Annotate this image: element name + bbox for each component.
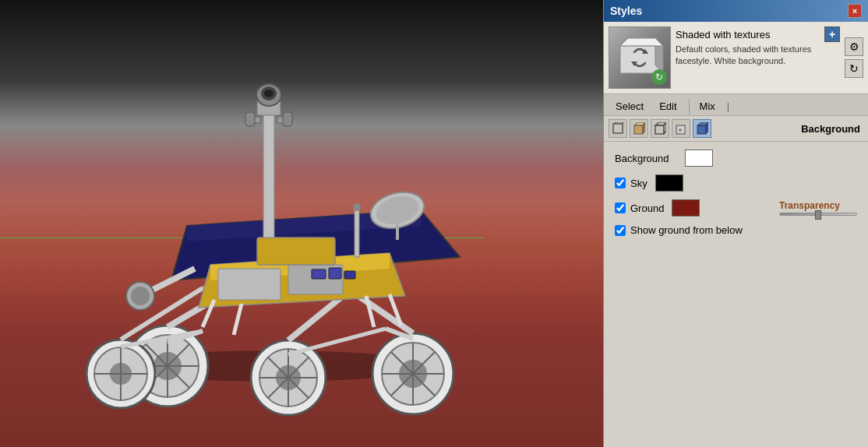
- svg-rect-49: [283, 112, 292, 126]
- tab-edit[interactable]: Edit: [652, 97, 683, 115]
- show-ground-row: Show ground from below: [615, 224, 857, 236]
- svg-rect-89: [697, 125, 706, 134]
- svg-point-54: [131, 287, 150, 305]
- solid-icon-btn[interactable]: [693, 119, 711, 138]
- show-ground-checkbox-label[interactable]: Show ground from below: [615, 224, 743, 236]
- ground-row: Ground Transparency: [615, 199, 857, 216]
- style-add-button[interactable]: +: [824, 26, 840, 42]
- section-title-label: Background: [714, 123, 863, 135]
- background-section: Background Sky Ground Transparency: [604, 142, 868, 244]
- sky-checkbox[interactable]: [615, 178, 626, 188]
- tab-mix[interactable]: Mix: [693, 97, 722, 115]
- panel-title-bar: Styles ×: [604, 0, 868, 22]
- svg-line-68: [288, 329, 386, 354]
- svg-rect-38: [218, 269, 281, 300]
- style-description: Default colors, shaded with textures fac…: [676, 44, 840, 68]
- svg-rect-50: [355, 210, 359, 257]
- styles-panel: Styles ×: [603, 0, 868, 447]
- svg-rect-58: [312, 269, 326, 279]
- sky-checkbox-label[interactable]: Sky: [615, 178, 647, 189]
- svg-point-88: [679, 128, 682, 132]
- ground-checkbox-label[interactable]: Ground: [615, 202, 664, 214]
- style-name-label: Shaded with textures: [676, 29, 821, 40]
- transparency-thumb[interactable]: [815, 210, 821, 220]
- viewport: [0, 0, 603, 447]
- icons-row: Background: [604, 116, 868, 142]
- svg-rect-60: [344, 271, 355, 279]
- svg-marker-86: [664, 122, 666, 134]
- transparency-slider[interactable]: [779, 213, 857, 216]
- svg-point-51: [353, 203, 361, 211]
- svg-rect-59: [329, 268, 341, 279]
- svg-point-45: [264, 90, 273, 97]
- style-settings-button[interactable]: ⚙: [845, 37, 863, 56]
- show-ground-checkbox[interactable]: [615, 225, 626, 236]
- svg-rect-40: [257, 238, 335, 265]
- ground-checkbox[interactable]: [615, 202, 626, 213]
- refresh-overlay: ↻: [651, 69, 667, 85]
- tab-separator: [689, 99, 690, 114]
- background-color-swatch[interactable]: [685, 150, 713, 167]
- style-name-row: Shaded with textures +: [676, 26, 840, 42]
- background-color-row: Background: [615, 150, 857, 167]
- tab-select[interactable]: Select: [609, 97, 651, 115]
- svg-rect-77: [613, 124, 623, 133]
- transparency-group: Transparency: [779, 200, 857, 216]
- svg-line-62: [234, 304, 242, 335]
- close-button[interactable]: ×: [848, 4, 862, 18]
- sky-color-swatch[interactable]: [655, 174, 683, 192]
- ground-label: Ground: [630, 202, 664, 214]
- style-thumbnail[interactable]: ↻: [609, 26, 671, 89]
- thumbnail-content: ↻: [609, 27, 670, 88]
- wireframe-icon-btn[interactable]: [609, 119, 627, 138]
- panel-title: Styles: [610, 5, 642, 17]
- show-ground-label: Show ground from below: [630, 224, 743, 236]
- style-refresh-button[interactable]: ↻: [845, 59, 863, 78]
- style-action-buttons: ⚙ ↻: [845, 26, 863, 89]
- background-label: Background: [615, 153, 677, 164]
- shaded-icon-btn[interactable]: [630, 119, 648, 138]
- transparency-label: Transparency: [779, 200, 840, 211]
- svg-rect-84: [655, 125, 664, 134]
- rover-container: [47, 39, 514, 421]
- hidden-icon-btn[interactable]: [672, 119, 690, 138]
- svg-rect-41: [263, 109, 274, 238]
- svg-marker-73: [620, 38, 663, 46]
- style-preview-row: ↻ Shaded with textures + Default colors,…: [604, 22, 868, 94]
- xray-icon-btn[interactable]: [651, 119, 669, 138]
- view-icons-group: [609, 119, 711, 138]
- svg-rect-48: [245, 112, 255, 126]
- sky-label: Sky: [630, 178, 647, 189]
- tabs-row: Select Edit Mix |: [604, 94, 868, 116]
- svg-rect-81: [634, 125, 643, 134]
- ground-color-swatch[interactable]: [672, 199, 700, 216]
- style-info: Shaded with textures + Default colors, s…: [676, 26, 840, 89]
- sky-row: Sky: [615, 174, 857, 192]
